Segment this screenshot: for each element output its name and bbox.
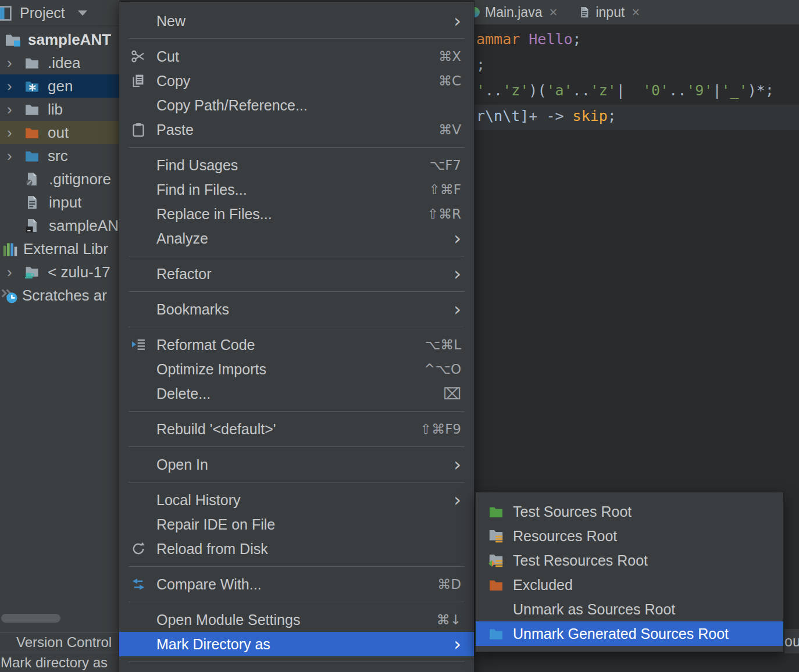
chevron-right-icon[interactable]: › <box>5 78 24 94</box>
shortcut-label: ⇧⌘F9 <box>403 421 461 437</box>
horizontal-scrollbar[interactable] <box>1 614 60 623</box>
tree-item-jdk[interactable]: › < zulu-17 <box>0 260 119 284</box>
reformat-code-icon <box>131 337 147 353</box>
menu-item-mark-directory-as[interactable]: Mark Directory as › <box>119 632 474 656</box>
submenu-item-unmark-as-sources-root[interactable]: Unmark as Sources Root <box>476 597 783 621</box>
submenu-arrow-icon: › <box>454 491 461 509</box>
tree-item-idea[interactable]: › .idea <box>0 51 119 74</box>
chevron-right-icon[interactable]: › <box>5 148 24 163</box>
menu-separator <box>129 38 465 39</box>
project-tree: sampleANT › .idea › gen › <box>0 28 119 307</box>
menu-item-copy[interactable]: Copy ⌘C <box>119 69 474 93</box>
menu-item-find-usages[interactable]: Find Usages ⌥F7 <box>119 153 474 177</box>
source-folder-icon <box>24 148 42 163</box>
libraries-icon <box>2 241 20 256</box>
text-file-icon <box>579 6 590 19</box>
menu-item-delete[interactable]: Delete... ⌧ <box>119 381 474 406</box>
submenu-item-unmark-generated-sources-root[interactable]: Unmark Generated Sources Root <box>476 621 783 646</box>
menu-separator <box>129 291 465 292</box>
menu-item-new[interactable]: New › <box>119 9 474 33</box>
tree-item-scratches[interactable]: Scratches ar <box>0 284 119 307</box>
submenu-arrow-icon: › <box>454 12 461 30</box>
shortcut-label: ⌘D <box>420 577 461 592</box>
menu-separator <box>129 256 465 256</box>
menu-item-find-in-files[interactable]: Find in Files... ⇧⌘F <box>119 177 474 202</box>
shortcut-label: ⇧⌘R <box>410 206 461 221</box>
refresh-icon <box>131 541 147 557</box>
submenu-item-resources-root[interactable]: Resources Root <box>476 524 783 548</box>
menu-item-replace-in-files[interactable]: Replace in Files... ⇧⌘R <box>119 202 474 226</box>
menu-item-copy-path[interactable]: Copy Path/Reference... <box>119 93 474 117</box>
chevron-right-icon[interactable]: › <box>5 55 24 70</box>
project-panel-header[interactable]: Project <box>0 0 119 26</box>
tree-item-project-root[interactable]: sampleANT <box>0 28 119 51</box>
shortcut-label: ⌘↓ <box>419 612 461 627</box>
mark-directory-as-submenu: Test Sources Root Resources Root Test Re… <box>475 492 784 652</box>
menu-item-refactor[interactable]: Refactor › <box>119 262 474 286</box>
compare-icon <box>131 576 147 592</box>
project-view-icon <box>0 6 12 24</box>
tree-item-external-libraries[interactable]: External Libr <box>0 237 119 260</box>
menu-item-open-module-settings[interactable]: Open Module Settings ⌘↓ <box>119 607 474 632</box>
tab-label: Main.java <box>485 5 542 20</box>
tree-item-gitignore[interactable]: .gitignore <box>0 167 119 191</box>
tree-item-lib[interactable]: › lib <box>0 98 119 121</box>
excluded-folder-icon <box>24 125 42 140</box>
menu-item-bookmarks[interactable]: Bookmarks › <box>119 297 474 321</box>
cut-icon <box>131 48 147 65</box>
tab-label: input <box>595 5 625 20</box>
submenu-arrow-icon: › <box>454 300 461 319</box>
shortcut-label: ⌥F7 <box>412 158 461 173</box>
context-menu: New › Cut ⌘X Copy ⌘C Copy Path/Reference… <box>119 1 475 672</box>
menu-item-reload-from-disk[interactable]: Reload from Disk <box>119 537 474 561</box>
menu-item-compare-with[interactable]: Compare With... ⌘D <box>119 572 474 596</box>
menu-separator <box>129 446 465 447</box>
menu-item-paste[interactable]: Paste ⌘V <box>119 117 474 142</box>
menu-item-local-history[interactable]: Local History › <box>119 488 474 512</box>
menu-separator <box>129 602 465 602</box>
tab-input[interactable]: input × <box>576 0 643 24</box>
menu-separator <box>129 482 465 482</box>
folder-icon <box>24 102 42 117</box>
menu-separator <box>129 662 465 662</box>
submenu-arrow-icon: › <box>454 635 461 653</box>
menu-item-reformat-code[interactable]: Reformat Code ⌥⌘L <box>119 333 474 357</box>
ignored-file-icon <box>26 171 43 187</box>
toolwindow-button-fragment: ou <box>784 629 799 653</box>
menu-item-open-in[interactable]: Open In › <box>119 452 474 477</box>
submenu-item-test-sources-root[interactable]: Test Sources Root <box>476 499 783 524</box>
code-line: '..'z')('a'..'z'| '0'..'9'|'_')*; <box>476 81 774 101</box>
submenu-item-excluded[interactable]: Excluded <box>476 573 783 597</box>
menu-item-repair-ide[interactable]: Repair IDE on File <box>119 512 474 537</box>
project-tool-window: Project sampleANT › .idea › <box>0 0 119 672</box>
menu-separator <box>129 147 465 148</box>
chevron-right-icon[interactable]: › <box>5 102 24 117</box>
tree-item-src[interactable]: › src <box>0 144 119 167</box>
tab-main-java[interactable]: Main.java × <box>481 0 561 24</box>
tree-item-sample-file[interactable]: sampleAN <box>0 214 119 237</box>
project-view-dropdown-icon[interactable] <box>78 10 87 16</box>
paste-icon <box>131 121 147 138</box>
chevron-right-icon[interactable]: › <box>5 264 24 280</box>
code-line: r\n\t]+ -> skip; <box>476 106 616 126</box>
menu-item-rebuild[interactable]: Rebuild '<default>' ⇧⌘F9 <box>119 417 474 441</box>
java-class-icon <box>475 7 480 17</box>
close-icon[interactable]: × <box>632 4 640 20</box>
text-file-icon <box>26 195 43 210</box>
close-icon[interactable]: × <box>549 4 557 20</box>
tree-item-input[interactable]: input <box>0 191 119 214</box>
tree-item-gen[interactable]: › gen <box>0 74 119 98</box>
menu-item-cut[interactable]: Cut ⌘X <box>119 44 474 69</box>
menu-item-analyze[interactable]: Analyze › <box>119 226 474 251</box>
ide-window: Project sampleANT › .idea › <box>0 0 799 672</box>
submenu-item-test-resources-root[interactable]: Test Resources Root <box>476 548 783 573</box>
tree-item-out[interactable]: › out <box>0 121 119 144</box>
chevron-right-icon[interactable]: › <box>5 125 24 140</box>
shortcut-label: ^⌥O <box>406 362 461 377</box>
version-control-toolwindow-button[interactable]: Version Control <box>0 632 119 652</box>
menu-item-generate-antlr-recognizer[interactable]: Generate ANTLR Recognizer ⇧⌘G <box>119 667 474 672</box>
code-line: ; <box>476 55 485 75</box>
shortcut-label: ⌘X <box>421 49 461 64</box>
shortcut-label: ⌘V <box>421 122 461 137</box>
menu-item-optimize-imports[interactable]: Optimize Imports ^⌥O <box>119 357 474 381</box>
